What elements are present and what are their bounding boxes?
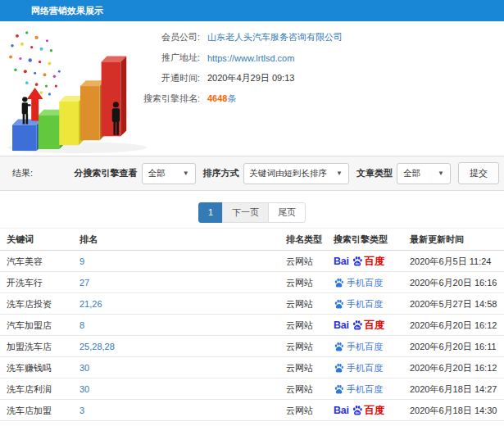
keyword-cell: 洗车店投资 — [7, 293, 52, 315]
update-time-cell: 2020年6月18日 14:27 — [410, 378, 497, 400]
engine-cell: Baidu百度 手机百度 — [334, 378, 383, 400]
mobile-baidu-logo: 手机百度 — [334, 272, 383, 293]
table-header-row: 关键词 排名 排名类型 搜索引擎类型 最新更新时间 — [0, 229, 504, 251]
ranking-cell: 27 — [79, 272, 89, 293]
baidu-paw-icon: du — [352, 320, 363, 331]
open-time-value: 2020年4月29日 09:13 — [207, 72, 294, 84]
page-title: 网络营销效果展示 — [31, 6, 103, 16]
rank-count-unit: 条 — [227, 93, 236, 103]
pagination: 1 下一页 尾页 — [0, 202, 504, 223]
last-page-button[interactable]: 尾页 — [268, 202, 306, 223]
table-row: 开洗车行 27 云网站 Baidu百度 手机百度 2020年6月20日 16:1… — [0, 272, 504, 293]
baidu-paw-icon — [334, 363, 344, 374]
baidu-paw-icon: du — [352, 256, 363, 267]
page-1-button[interactable]: 1 — [198, 202, 223, 223]
engine-filter-value: 全部 — [148, 168, 166, 179]
engine-cell: Baidu百度 手机百度 — [334, 293, 383, 315]
ranking-cell: 30 — [79, 378, 89, 400]
ranking-cell: 30 — [79, 357, 89, 378]
sort-select[interactable]: 关键词由短到长排序 ▼ — [243, 163, 349, 184]
mobile-baidu-logo: 手机百度 — [334, 357, 383, 378]
baidu-logo: Baidu百度 — [334, 400, 385, 421]
baidu-paw-icon — [334, 384, 344, 395]
promo-url-link[interactable]: https://www.lrtlsd.com — [207, 53, 294, 63]
engine-cell: Baidu百度 手机百度 — [334, 336, 383, 357]
info-row-url: 推广地址: https://www.lrtlsd.com — [141, 48, 343, 68]
header-keyword: 关键词 — [7, 229, 34, 251]
company-name-link[interactable]: 山东老人头汽车服务咨询有限公司 — [207, 31, 343, 43]
update-time-cell: 2020年5月27日 14:58 — [410, 293, 497, 315]
update-time-cell: 2020年6月20日 16:11 — [410, 336, 497, 357]
engine-cell: Baidu百度 手机百度 — [334, 272, 383, 293]
engine-filter-select[interactable]: 全部 ▼ — [142, 163, 196, 184]
submit-button[interactable]: 提交 — [458, 162, 499, 184]
keyword-cell: 洗车店加盟 — [7, 400, 52, 421]
engine-cell: Baidu百度 手机百度 — [334, 400, 385, 421]
ranking-cell: 3 — [79, 400, 84, 421]
rank-type-cell: 云网站 — [286, 315, 313, 336]
header-update-time: 最新更新时间 — [410, 229, 464, 251]
table-row: 洗车店投资 21,26 云网站 Baidu百度 手机百度 2020年5月27日 … — [0, 293, 504, 315]
update-time-cell: 2020年6月18日 14:30 — [410, 400, 497, 421]
update-time-cell: 2020年6月20日 16:12 — [410, 357, 497, 378]
baidu-paw-icon: du — [352, 405, 363, 416]
info-row-rank-count: 搜索引擎排名: 4648条 — [141, 88, 343, 109]
header-engine-type: 搜索引擎类型 — [334, 229, 388, 251]
mobile-baidu-logo: 手机百度 — [334, 293, 383, 315]
svg-text:du: du — [355, 261, 359, 265]
company-info: 会员公司: 山东老人头汽车服务咨询有限公司 推广地址: https://www.… — [141, 27, 343, 109]
keyword-cell: 洗车店利润 — [7, 378, 52, 400]
rank-type-cell: 云网站 — [286, 378, 313, 400]
rank-type-cell: 云网站 — [286, 400, 313, 421]
engine-cell: Baidu百度 手机百度 — [334, 357, 383, 378]
promo-url-label: 推广地址: — [141, 52, 200, 64]
header-rank-type: 排名类型 — [286, 229, 322, 251]
chevron-down-icon: ▼ — [336, 170, 343, 177]
rank-type-cell: 云网站 — [286, 336, 313, 357]
rank-type-cell: 云网站 — [286, 272, 313, 293]
keyword-cell: 洗车赚钱吗 — [7, 357, 52, 378]
baidu-paw-icon — [334, 342, 344, 352]
open-time-label: 开通时间: — [141, 72, 200, 84]
table-row: 汽车美容 9 云网站 Baidu百度 手机百度 2020年6月5日 11:24 — [0, 251, 504, 272]
engine-cell: Baidu百度 手机百度 — [334, 251, 385, 272]
table-row: 汽车加盟店 8 云网站 Baidu百度 手机百度 2020年6月20日 16:1… — [0, 315, 504, 336]
ranking-cell: 8 — [79, 315, 84, 336]
baidu-paw-icon — [334, 299, 344, 310]
update-time-cell: 2020年6月20日 16:12 — [410, 315, 497, 336]
update-time-cell: 2020年6月20日 16:16 — [410, 272, 497, 293]
rank-type-cell: 云网站 — [286, 357, 313, 378]
sort-value: 关键词由短到长排序 — [250, 168, 328, 179]
confetti-dots — [9, 31, 61, 95]
sort-label: 排序方式 — [203, 167, 239, 179]
keyword-cell: 开洗车行 — [7, 272, 43, 293]
rank-count-value: 4648条 — [207, 93, 236, 105]
keyword-ranking-table: 关键词 排名 排名类型 搜索引擎类型 最新更新时间 汽车美容 9 云网站 Bai… — [0, 228, 504, 421]
table-row: 洗车赚钱吗 30 云网站 Baidu百度 手机百度 2020年6月20日 16:… — [0, 357, 504, 378]
result-label: 结果: — [12, 156, 33, 190]
baidu-paw-icon — [334, 278, 344, 288]
table-row: 加盟洗车店 25,28,28 云网站 Baidu百度 手机百度 2020年6月2… — [0, 336, 504, 357]
chevron-down-icon: ▼ — [438, 170, 444, 177]
ranking-cell: 25,28,28 — [79, 336, 115, 357]
rank-count-label: 搜索引擎排名: — [141, 93, 200, 105]
filter-controls: 分搜索引擎查看 全部 ▼ 排序方式 关键词由短到长排序 ▼ 文章类型 全部 ▼ … — [71, 156, 499, 190]
baidu-logo: Baidu百度 — [334, 251, 385, 272]
mobile-baidu-logo: 手机百度 — [334, 336, 383, 357]
page-title-bar: 网络营销效果展示 — [0, 0, 504, 21]
table-row: 洗车店利润 30 云网站 Baidu百度 手机百度 2020年6月18日 14:… — [0, 378, 504, 400]
company-label: 会员公司: — [141, 31, 200, 43]
keyword-cell: 汽车加盟店 — [7, 315, 52, 336]
article-type-select[interactable]: 全部 ▼ — [397, 163, 451, 184]
article-type-value: 全部 — [403, 168, 420, 179]
keyword-cell: 加盟洗车店 — [7, 336, 52, 357]
rank-type-cell: 云网站 — [286, 293, 313, 315]
engine-cell: Baidu百度 手机百度 — [334, 315, 385, 336]
next-page-button[interactable]: 下一页 — [222, 202, 269, 223]
svg-text:du: du — [355, 325, 359, 329]
baidu-logo: Baidu百度 — [334, 315, 385, 336]
info-row-open-time: 开通时间: 2020年4月29日 09:13 — [141, 68, 343, 88]
rank-count-number: 4648 — [207, 93, 227, 103]
chevron-down-icon: ▼ — [183, 170, 189, 177]
header-ranking: 排名 — [79, 229, 98, 251]
